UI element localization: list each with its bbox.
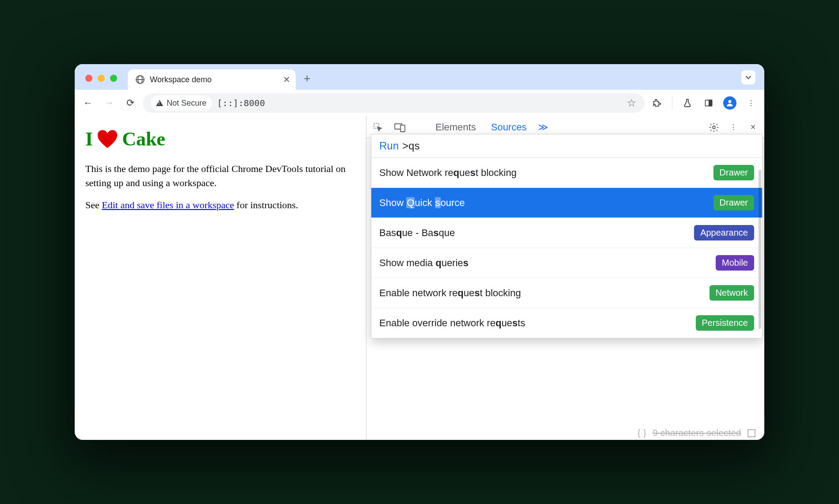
labs-icon[interactable] — [679, 94, 696, 112]
url-text: [::]:8000 — [217, 98, 265, 108]
window-controls — [85, 75, 117, 82]
inspect-icon[interactable] — [371, 120, 385, 134]
scrollbar[interactable] — [759, 170, 761, 329]
command-item[interactable]: Show media queriesMobile — [371, 248, 762, 278]
command-item-badge: Drawer — [713, 195, 754, 210]
command-item-label: Show Quick source — [379, 197, 465, 209]
devtools-panel: Elements Sources ≫ ⋮ ✕ Run >qs Show Netw… — [366, 116, 764, 440]
globe-icon — [136, 75, 145, 84]
svg-rect-5 — [400, 125, 405, 132]
svg-point-6 — [713, 126, 715, 129]
forward-button[interactable]: → — [100, 94, 118, 112]
content-area: I ❤️ Cake This is the demo page for the … — [75, 116, 764, 440]
tab-elements[interactable]: Elements — [432, 122, 480, 133]
maximize-window[interactable] — [110, 75, 117, 82]
h1-suffix: Cake — [122, 128, 165, 150]
h1-prefix: I — [85, 128, 93, 150]
command-query: >qs — [402, 140, 420, 152]
command-item-label: Enable network request blocking — [379, 287, 521, 299]
browser-menu-icon[interactable]: ⋮ — [742, 94, 760, 112]
more-tabs-icon[interactable]: ≫ — [538, 122, 548, 133]
heart-icon: ❤️ — [96, 129, 118, 149]
command-item-badge: Persistence — [696, 315, 755, 331]
command-item[interactable]: Enable network request blockingNetwork — [371, 278, 762, 308]
command-item[interactable]: Enable override network requestsPersiste… — [371, 308, 762, 338]
command-item[interactable]: Show Network request blockingDrawer — [371, 158, 762, 188]
side-panel-icon[interactable] — [700, 94, 717, 112]
svg-rect-1 — [709, 100, 712, 106]
command-item-label: Basque - Basque — [379, 227, 455, 239]
extensions-icon[interactable] — [648, 94, 666, 112]
tabs-dropdown-icon[interactable] — [741, 70, 755, 84]
close-tab-icon[interactable]: ✕ — [283, 74, 290, 85]
address-bar[interactable]: Not Secure [::]:8000 ☆ — [143, 93, 645, 113]
toolbar-divider — [672, 97, 672, 109]
command-item[interactable]: Show Quick sourceDrawer — [371, 188, 762, 218]
reload-button[interactable]: ⟳ — [122, 94, 139, 112]
page-heading: I ❤️ Cake — [85, 128, 355, 150]
browser-toolbar: ← → ⟳ Not Secure [::]:8000 ☆ ⋮ — [75, 90, 764, 116]
command-list: Show Network request blockingDrawerShow … — [371, 158, 762, 338]
panel-layout-icon[interactable] — [747, 429, 755, 437]
command-item-label: Show Network request blocking — [379, 167, 517, 179]
profile-button[interactable] — [721, 94, 739, 112]
command-input[interactable]: Run >qs — [371, 134, 762, 158]
workspace-link[interactable]: Edit and save files in a workspace — [102, 199, 234, 210]
devtools-menu-icon[interactable]: ⋮ — [726, 120, 740, 134]
command-item[interactable]: Basque - BasqueAppearance — [371, 218, 762, 248]
warning-icon — [156, 100, 163, 106]
new-tab-icon[interactable]: + — [304, 72, 310, 85]
command-menu: Run >qs Show Network request blockingDra… — [371, 134, 763, 339]
browser-tab[interactable]: Workspace demo ✕ — [128, 69, 296, 90]
command-item-badge: Network — [709, 285, 754, 301]
status-text: 9 characters selected — [652, 428, 741, 438]
svg-point-2 — [728, 100, 732, 103]
device-toolbar-icon[interactable] — [393, 120, 407, 134]
instructions-paragraph: See Edit and save files in a workspace f… — [85, 198, 355, 212]
command-item-badge: Appearance — [694, 225, 754, 241]
bookmark-icon[interactable]: ☆ — [627, 97, 637, 109]
intro-paragraph: This is the demo page for the official C… — [85, 162, 355, 190]
command-item-badge: Drawer — [713, 165, 754, 180]
p2-post: for instructions. — [234, 199, 298, 210]
tab-sources[interactable]: Sources — [488, 122, 530, 133]
minimize-window[interactable] — [98, 75, 105, 82]
close-window[interactable] — [85, 75, 92, 82]
run-label: Run — [379, 140, 399, 152]
security-label: Not Secure — [167, 99, 206, 108]
tab-strip: Workspace demo ✕ + — [75, 64, 764, 90]
security-chip[interactable]: Not Secure — [151, 95, 212, 111]
settings-icon[interactable] — [707, 120, 721, 134]
status-bar: { } 9 characters selected — [637, 428, 755, 438]
command-item-label: Enable override network requests — [379, 317, 525, 329]
page-viewport: I ❤️ Cake This is the demo page for the … — [75, 116, 366, 440]
p2-pre: See — [85, 199, 102, 210]
close-devtools-icon[interactable]: ✕ — [746, 120, 760, 134]
back-button[interactable]: ← — [79, 94, 97, 112]
command-item-label: Show media queries — [379, 257, 469, 269]
brackets-icon: { } — [637, 428, 646, 438]
avatar-icon — [723, 96, 736, 110]
browser-window: Workspace demo ✕ + ← → ⟳ Not Secure [::]… — [75, 64, 764, 440]
command-item-badge: Mobile — [716, 255, 754, 271]
tab-title: Workspace demo — [150, 75, 278, 84]
